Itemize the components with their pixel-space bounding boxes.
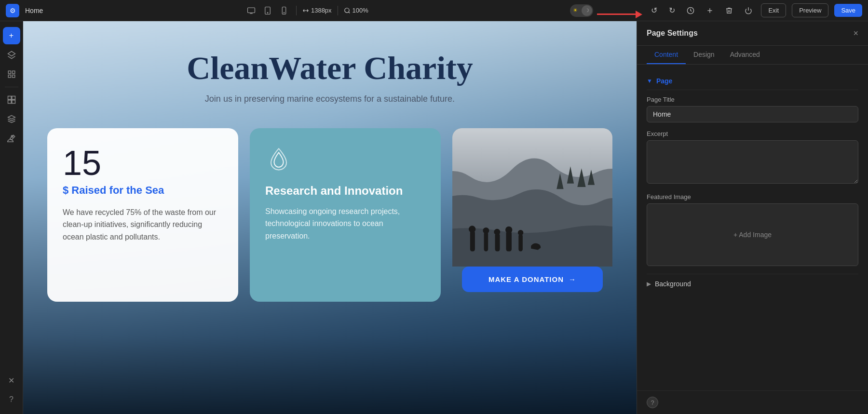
page-main-title: CleanWater Charity <box>187 50 473 86</box>
top-bar: ⚙ Home 1388px 100% ☀ ☽ <box>0 0 868 21</box>
svg-point-2 <box>267 12 268 13</box>
viewport-width: 1388px <box>302 7 332 14</box>
svg-point-22 <box>469 226 475 232</box>
divider <box>296 6 297 15</box>
add-image-button[interactable]: + Add Image <box>733 231 772 239</box>
svg-rect-13 <box>8 75 11 78</box>
card-research[interactable]: Research and Innovation Showcasing ongoi… <box>250 128 441 302</box>
page-title-field: Page Title <box>647 96 858 122</box>
featured-image-field: Featured Image + Add Image <box>647 193 858 266</box>
panel-header: Page Settings × <box>637 21 868 46</box>
stat-title: $ Raised for the Sea <box>63 184 223 197</box>
research-text: Showcasing ongoing research projects, te… <box>265 205 425 242</box>
background-section[interactable]: ▶ Background <box>647 274 858 294</box>
svg-point-26 <box>494 229 500 235</box>
viewport-controls: 1388px 100% <box>245 4 368 17</box>
svg-rect-11 <box>8 71 11 73</box>
sidebar-item-tools[interactable]: ✕ <box>3 372 20 389</box>
page-header: CleanWater Charity Join us in preserving… <box>187 50 473 104</box>
power-button[interactable] <box>742 5 755 16</box>
toggle-thumb: ☽ <box>582 5 592 16</box>
panel-footer: ? <box>637 390 868 414</box>
svg-rect-14 <box>12 75 14 78</box>
svg-point-4 <box>284 12 285 13</box>
redo-button[interactable]: ↻ <box>666 4 678 17</box>
trash-button[interactable] <box>722 5 736 16</box>
svg-rect-23 <box>484 232 488 251</box>
svg-rect-16 <box>12 96 15 100</box>
page-settings-panel: Page Settings × Content Design Advanced … <box>637 21 868 414</box>
help-button[interactable]: ? <box>647 397 658 408</box>
svg-point-24 <box>483 227 489 234</box>
sidebar-item-add[interactable]: + <box>3 27 20 44</box>
desktop-view-button[interactable] <box>245 4 258 17</box>
logo-icon[interactable]: ⚙ <box>6 4 19 17</box>
stat-text: We have recycled 75% of the waste from o… <box>63 206 223 243</box>
sidebar-item-grid[interactable] <box>3 66 20 83</box>
zoom-level: 100% <box>344 7 368 14</box>
main-layout: + ✕ ? CleanWater Charity Join us in pres… <box>0 21 868 414</box>
donation-button[interactable]: MAKE A DONATION → <box>462 267 603 292</box>
page-name: Home <box>25 7 43 14</box>
page-subtitle: Join us in preserving marine ecosystems … <box>187 94 473 104</box>
page-section-header[interactable]: ▼ Page <box>647 72 858 90</box>
excerpt-textarea[interactable] <box>647 140 858 184</box>
water-drop-icon <box>265 146 425 174</box>
page-title-label: Page Title <box>647 96 858 103</box>
section-label: Page <box>656 77 672 85</box>
sidebar-item-paint[interactable] <box>3 130 20 147</box>
sidebar-item-navigator[interactable] <box>3 91 20 108</box>
canvas-area[interactable]: CleanWater Charity Join us in preserving… <box>23 21 637 414</box>
canvas-content: CleanWater Charity Join us in preserving… <box>23 21 637 414</box>
sun-icon: ☀ <box>573 7 578 13</box>
cards-row: 15 $ Raised for the Sea We have recycled… <box>47 128 612 302</box>
preview-button[interactable]: Preview <box>792 3 828 17</box>
exit-button[interactable]: Exit <box>761 3 786 17</box>
divider2 <box>338 6 338 15</box>
panel-content: ▼ Page Page Title Excerpt Featured Image… <box>637 65 868 390</box>
featured-image-area[interactable]: + Add Image <box>647 203 858 266</box>
red-arrow-indicator <box>597 11 642 18</box>
sidebar-item-layers[interactable] <box>3 46 20 64</box>
dark-mode-toggle[interactable]: ☀ ☽ <box>570 4 593 17</box>
left-sidebar: + ✕ ? <box>0 21 23 414</box>
image-scene <box>452 128 612 267</box>
background-arrow-icon: ▶ <box>647 280 651 287</box>
card-donation[interactable]: MAKE A DONATION → <box>452 128 612 302</box>
svg-rect-29 <box>518 234 523 251</box>
card-stats[interactable]: 15 $ Raised for the Sea We have recycled… <box>47 128 238 302</box>
excerpt-field: Excerpt <box>647 130 858 186</box>
svg-rect-27 <box>506 231 511 252</box>
excerpt-label: Excerpt <box>647 130 858 137</box>
svg-marker-10 <box>8 52 15 56</box>
moon-icon: ☽ <box>585 8 589 13</box>
sidebar-item-help[interactable]: ? <box>3 391 20 408</box>
panel-close-button[interactable]: × <box>853 29 858 38</box>
panel-tabs: Content Design Advanced <box>637 46 868 65</box>
tablet-view-button[interactable] <box>261 4 274 17</box>
arrow-icon: → <box>569 275 576 283</box>
svg-rect-12 <box>12 71 14 73</box>
svg-rect-0 <box>247 8 255 13</box>
svg-rect-25 <box>495 233 500 251</box>
svg-point-30 <box>518 230 523 235</box>
mobile-view-button[interactable] <box>278 4 290 17</box>
tab-design[interactable]: Design <box>686 46 722 64</box>
svg-rect-17 <box>8 100 11 104</box>
background-label: Background <box>655 280 691 288</box>
tab-content[interactable]: Content <box>647 46 686 64</box>
svg-point-5 <box>344 8 349 12</box>
section-arrow-icon: ▼ <box>647 78 652 84</box>
history-button[interactable] <box>684 5 697 16</box>
featured-image-label: Featured Image <box>647 193 858 200</box>
svg-rect-21 <box>470 230 475 251</box>
tab-advanced[interactable]: Advanced <box>722 46 768 64</box>
undo-button[interactable]: ↺ <box>648 4 660 17</box>
save-button[interactable]: Save <box>834 4 862 17</box>
sidebar-item-components[interactable] <box>3 110 20 128</box>
svg-rect-15 <box>8 96 11 100</box>
page-title-input[interactable] <box>647 106 858 122</box>
sidebar-divider-1 <box>5 87 18 87</box>
responsive-button[interactable] <box>703 5 717 16</box>
stat-number: 15 <box>63 146 223 180</box>
